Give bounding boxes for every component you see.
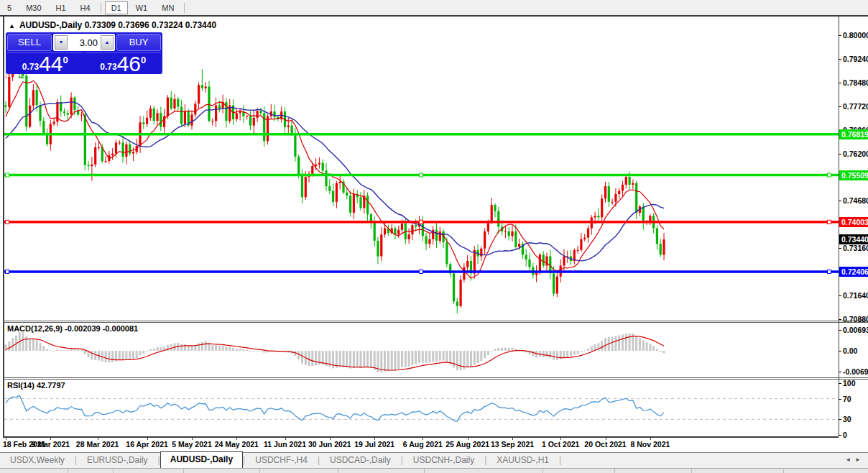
buy-button[interactable]: BUY xyxy=(116,34,161,51)
buy-price-display[interactable]: 0.73460 xyxy=(86,52,162,74)
sell-price-pip: 0 xyxy=(63,55,68,65)
level-price-chip: 0.72406 xyxy=(839,267,868,277)
buy-price-pip: 0 xyxy=(141,55,146,65)
sell-price-big: 44 xyxy=(39,54,63,74)
one-click-trade-panel: SELL ▼ ▲ BUY 0.73440 0.73460 xyxy=(6,32,162,74)
rsi-label: RSI(14) 42.7797 xyxy=(7,381,65,390)
bid-price-chip: 0.73440 xyxy=(839,234,868,244)
sell-price-small: 0.73 xyxy=(22,62,39,72)
buy-price-big: 46 xyxy=(117,54,141,74)
sell-button[interactable]: SELL xyxy=(7,34,52,51)
volume-spinner: ▼ ▲ xyxy=(53,34,115,51)
volume-decrease-button[interactable]: ▼ xyxy=(55,35,68,50)
volume-increase-button[interactable]: ▲ xyxy=(101,35,114,50)
level-price-chip: 0.75509 xyxy=(839,170,868,180)
macd-label: MACD(12,26,9) -0.002039 -0.000081 xyxy=(7,324,138,333)
buy-price-small: 0.73 xyxy=(100,62,116,72)
level-price-chip: 0.74003 xyxy=(839,217,868,227)
terminal-window: 5M30H1H4D1W1MN ▲AUDUSD-,Daily 0.73309 0.… xyxy=(0,0,868,473)
sell-price-display[interactable]: 0.73440 xyxy=(7,52,83,74)
level-price-chip: 0.76819 xyxy=(839,129,868,139)
volume-input[interactable] xyxy=(68,35,101,50)
